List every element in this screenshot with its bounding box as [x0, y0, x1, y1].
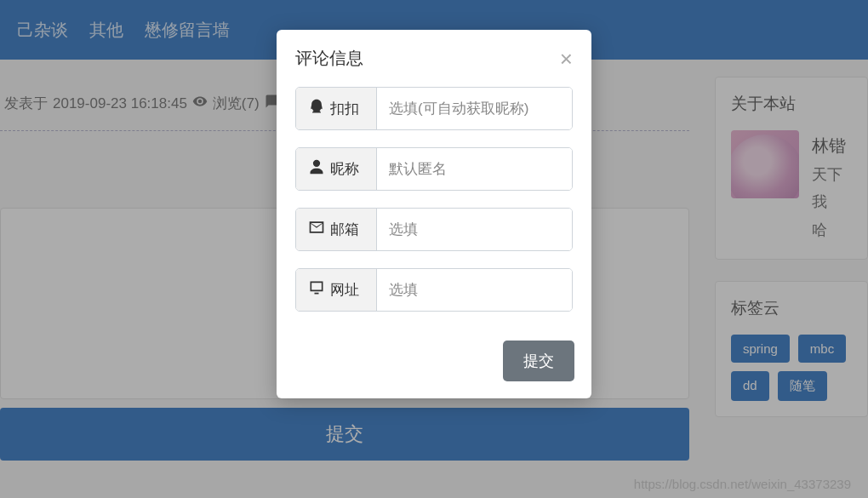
qq-label: 扣扣	[330, 99, 359, 118]
email-input-group: 邮箱	[295, 208, 573, 251]
watermark: https://blog.csdn.net/weixin_43373239	[634, 477, 851, 491]
nick-label: 昵称	[330, 159, 359, 179]
qq-icon	[308, 98, 325, 119]
user-icon	[308, 158, 325, 180]
url-input[interactable]	[377, 269, 573, 311]
modal-title: 评论信息	[295, 47, 363, 70]
close-icon: ×	[560, 46, 573, 72]
nick-input-group: 昵称	[295, 147, 573, 191]
close-button[interactable]: ×	[560, 48, 573, 70]
email-label: 邮箱	[330, 220, 359, 239]
email-input[interactable]	[377, 209, 573, 250]
nick-input[interactable]	[377, 148, 573, 190]
url-label: 网址	[330, 280, 359, 300]
qq-input-group: 扣扣	[295, 87, 573, 130]
url-input-group: 网址	[295, 268, 573, 312]
modal-submit-button[interactable]: 提交	[503, 341, 574, 381]
monitor-icon	[308, 279, 325, 301]
envelope-icon	[308, 219, 325, 240]
qq-input[interactable]	[377, 88, 573, 129]
modal-overlay[interactable]: 评论信息 × 扣扣 昵称	[0, 0, 868, 498]
comment-modal: 评论信息 × 扣扣 昵称	[277, 30, 591, 398]
